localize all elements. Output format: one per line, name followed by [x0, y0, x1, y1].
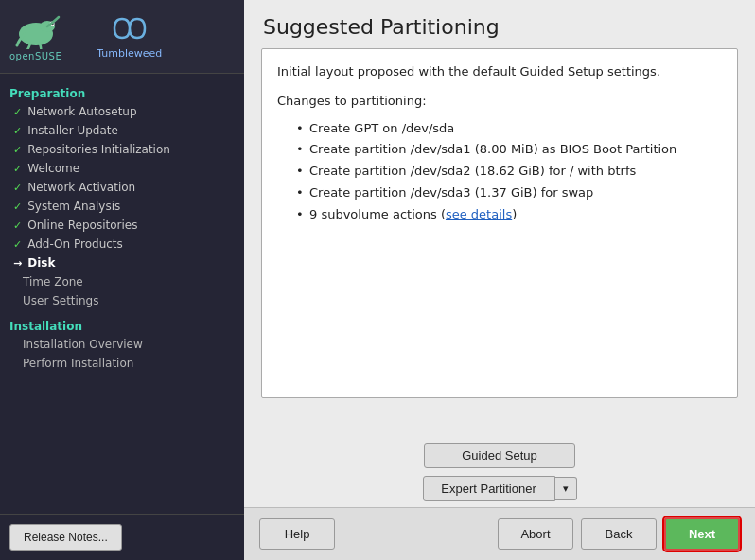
installation-section-header: Installation: [0, 314, 244, 335]
main-panel: Suggested Partitioning Initial layout pr…: [244, 0, 755, 560]
tumbleweed-icon: [107, 13, 152, 44]
abort-button[interactable]: Abort: [498, 518, 573, 550]
sidebar-item-disk[interactable]: Disk: [0, 254, 244, 272]
partitioning-box: Initial layout proposed with the default…: [261, 48, 738, 398]
partition-list: Create GPT on /dev/sda Create partition …: [277, 119, 722, 225]
partition-item-sda3: Create partition /dev/sda3 (1.37 GiB) fo…: [296, 184, 722, 203]
sidebar-item-online-repositories[interactable]: Online Repositories: [0, 216, 244, 235]
see-details-link[interactable]: see details: [446, 207, 512, 221]
release-notes-button[interactable]: Release Notes...: [9, 524, 122, 551]
expert-partitioner-wrapper: Expert Partitioner ▾: [423, 476, 577, 501]
back-button[interactable]: Back: [581, 518, 657, 550]
partition-item-subvolume: 9 subvolume actions (see details): [296, 205, 722, 225]
guided-setup-button[interactable]: Guided Setup: [424, 443, 575, 468]
main-content: Initial layout proposed with the default…: [244, 48, 755, 433]
sidebar-item-installer-update[interactable]: Installer Update: [0, 121, 244, 140]
nav-item-label: Installer Update: [27, 124, 118, 137]
nav-item-label: Installation Overview: [23, 338, 143, 351]
middle-buttons: Guided Setup Expert Partitioner ▾: [244, 433, 755, 507]
logo-divider: [79, 13, 79, 61]
sidebar-item-perform-installation[interactable]: Perform Installation: [0, 354, 244, 373]
partition-item-sda1: Create partition /dev/sda1 (8.00 MiB) as…: [296, 140, 722, 160]
opensuse-logo: openSUSE: [9, 11, 61, 61]
logo-area: openSUSE Tumbleweed: [0, 0, 244, 74]
expert-partitioner-button[interactable]: Expert Partitioner: [423, 476, 555, 501]
bottom-right-buttons: Abort Back Next: [498, 517, 740, 551]
partition-item-sda2: Create partition /dev/sda2 (18.62 GiB) f…: [296, 162, 722, 182]
nav-item-label: Network Activation: [27, 181, 135, 194]
sidebar-item-network-activation[interactable]: Network Activation: [0, 178, 244, 197]
sidebar-item-repositories-init[interactable]: Repositories Initialization: [0, 140, 244, 159]
partition-intro: Initial layout proposed with the default…: [277, 62, 722, 82]
partition-item-gpt: Create GPT on /dev/sda: [296, 119, 722, 139]
nav-item-label: Welcome: [27, 162, 79, 175]
opensuse-label: openSUSE: [9, 51, 61, 61]
opensuse-chameleon-icon: [11, 11, 61, 49]
sidebar-item-welcome[interactable]: Welcome: [0, 159, 244, 178]
nav-item-label: System Analysis: [27, 200, 120, 213]
sidebar-item-installation-overview[interactable]: Installation Overview: [0, 335, 244, 354]
page-title: Suggested Partitioning: [263, 15, 736, 39]
nav-item-label: User Settings: [23, 294, 98, 307]
nav-item-label: Repositories Initialization: [27, 143, 170, 156]
nav-item-label: Network Autosetup: [27, 105, 136, 118]
nav-item-label: Add-On Products: [27, 237, 123, 251]
nav-item-label: Time Zone: [23, 275, 83, 289]
bottom-bar: Help Abort Back Next: [244, 507, 755, 560]
help-button[interactable]: Help: [259, 518, 335, 550]
main-header: Suggested Partitioning: [244, 0, 755, 48]
next-button[interactable]: Next: [664, 517, 740, 551]
sidebar-nav: Preparation Network Autosetup Installer …: [0, 74, 244, 514]
nav-item-label: Disk: [27, 256, 55, 270]
sidebar-footer: Release Notes...: [0, 514, 244, 560]
sidebar-item-user-settings[interactable]: User Settings: [0, 291, 244, 310]
sidebar-item-time-zone[interactable]: Time Zone: [0, 272, 244, 291]
preparation-section-header: Preparation: [0, 81, 244, 102]
nav-item-label: Online Repositories: [27, 219, 137, 232]
sidebar: openSUSE Tumbleweed Preparation Network …: [0, 0, 244, 560]
sidebar-item-system-analysis[interactable]: System Analysis: [0, 197, 244, 216]
partition-changes-label: Changes to partitioning:: [277, 92, 722, 112]
sidebar-item-network-autosetup[interactable]: Network Autosetup: [0, 102, 244, 121]
nav-item-label: Perform Installation: [23, 357, 133, 370]
expert-partitioner-dropdown[interactable]: ▾: [555, 477, 577, 500]
sidebar-item-add-on-products[interactable]: Add-On Products: [0, 235, 244, 254]
tumbleweed-label: Tumbleweed: [97, 47, 162, 60]
tumbleweed-logo: Tumbleweed: [97, 13, 162, 60]
